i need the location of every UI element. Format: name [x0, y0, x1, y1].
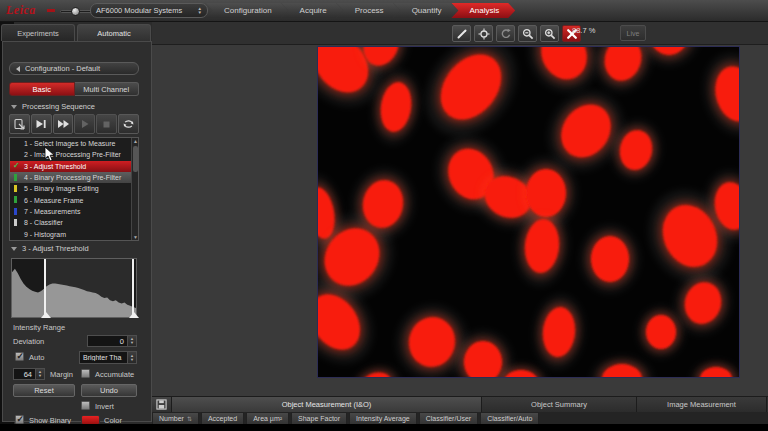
left-panel: Experiments Automatic Configuration - De…	[14, 22, 152, 424]
auto-label: Auto	[29, 353, 44, 362]
workflow-tab-configuration[interactable]: Configuration	[206, 3, 288, 18]
processing-sequence-header[interactable]: Processing Sequence	[11, 102, 95, 111]
step-label: 4 - Binary Processing Pre-Filter	[24, 174, 121, 181]
intensity-histogram[interactable]	[11, 258, 137, 318]
invert-checkbox[interactable]	[81, 401, 90, 410]
play-button[interactable]	[74, 114, 95, 134]
step-label: 1 - Select Images to Measure	[24, 140, 115, 147]
histogram-left-handle[interactable]	[41, 312, 51, 318]
sort-arrows-icon: ⇅	[187, 415, 192, 422]
step-item[interactable]: 5 - Binary Image Editing	[10, 183, 132, 194]
loop-button[interactable]	[118, 114, 139, 134]
step-item[interactable]: ✓3 - Adjust Threshold	[10, 161, 132, 172]
step-item[interactable]: 7 - Measurements	[10, 206, 132, 217]
column-label: Accepted	[208, 415, 237, 422]
tab-experiments[interactable]: Experiments	[1, 24, 75, 41]
auto-checkbox[interactable]	[15, 352, 24, 361]
deviation-spinbox[interactable]: 0 ▲▼	[87, 335, 137, 347]
step-list-scrollbar[interactable]: ▲ ▼	[131, 138, 138, 240]
histogram-left-cursor[interactable]	[44, 259, 46, 317]
step-label: 8 - Classifier	[24, 219, 63, 226]
viewer-toolbar: 88.7 % Live	[152, 22, 768, 45]
step-channel-marker-icon	[14, 208, 17, 215]
processing-step-list: 1 - Select Images to Measure2 - Image Pr…	[9, 137, 139, 241]
save-disk-icon	[156, 399, 167, 410]
scrollbar-thumb[interactable]	[133, 146, 138, 172]
application-window: Leica AF6000 Modular Systems ▲▼ Configur…	[0, 0, 768, 431]
column-label: Intensity Average	[356, 415, 410, 422]
step-play-button[interactable]	[31, 114, 52, 134]
basic-button[interactable]: Basic	[9, 82, 75, 96]
workflow-tab-acquire[interactable]: Acquire	[282, 3, 343, 18]
target-tool-button[interactable]	[474, 25, 493, 42]
step-label: 2 - Image Processing Pre-Filter	[24, 151, 121, 158]
step-item[interactable]: 2 - Image Processing Pre-Filter	[10, 149, 132, 160]
system-selector[interactable]: AF6000 Modular Systems ▲▼	[90, 3, 208, 18]
bottom-tab-object-measurement-i-o-[interactable]: Object Measurement (I&O)	[172, 397, 482, 412]
spinner-arrows-icon[interactable]: ▲▼	[127, 352, 136, 363]
margin-value: 64	[14, 370, 35, 379]
deviation-value: 0	[88, 337, 127, 346]
reset-button[interactable]: Reset	[13, 384, 75, 397]
rotate-tool-button[interactable]	[496, 25, 515, 42]
column-label: Classifier/User	[426, 415, 472, 422]
bottom-tab-row: Object Measurement (I&O)Object SummaryIm…	[172, 397, 768, 412]
threshold-mode-dropdown[interactable]: Brighter Tha ▲▼	[79, 351, 137, 364]
accumulate-checkbox[interactable]	[81, 369, 90, 378]
spinner-arrows-icon[interactable]: ▲▼	[198, 7, 202, 14]
column-label: Classifier/Auto	[487, 415, 532, 422]
mode-buttons: Basic Multi Channel	[9, 82, 139, 96]
step-channel-marker-icon	[14, 219, 17, 226]
step-item[interactable]: 8 - Classifier	[10, 217, 132, 228]
step-label: 6 - Measure Frame	[24, 197, 84, 204]
scroll-down-icon[interactable]: ▼	[132, 234, 139, 240]
slider-tick	[47, 9, 55, 12]
margin-spinbox[interactable]: 64 ▲▼	[13, 368, 45, 380]
line-tool-button[interactable]	[452, 25, 471, 42]
step-rows: 1 - Select Images to Measure2 - Image Pr…	[10, 138, 138, 240]
step-label: 5 - Binary Image Editing	[24, 185, 99, 192]
margin-label: Margin	[50, 370, 73, 379]
step-item[interactable]: 6 - Measure Frame	[10, 194, 132, 205]
expand-arrow-icon	[11, 247, 17, 251]
step-label: 9 - Histogram	[24, 231, 66, 238]
fast-forward-button[interactable]	[53, 114, 74, 134]
leica-logo: Leica	[6, 3, 36, 18]
workflow-tab-quantify[interactable]: Quantify	[394, 3, 458, 18]
tab-automatic[interactable]: Automatic	[77, 24, 151, 41]
bottom-tabs: Object Measurement (I&O)Object SummaryIm…	[152, 396, 768, 412]
multi-channel-button[interactable]: Multi Channel	[75, 82, 140, 96]
live-button[interactable]: Live	[620, 25, 646, 41]
show-binary-checkbox[interactable]	[15, 415, 24, 424]
adjust-threshold-header[interactable]: 3 - Adjust Threshold	[11, 244, 89, 253]
histogram-right-handle[interactable]	[129, 312, 139, 318]
configuration-header[interactable]: Configuration - Default	[9, 62, 139, 75]
mouse-cursor	[44, 147, 55, 162]
zoom-out-button[interactable]	[518, 25, 537, 42]
step-item[interactable]: 4 - Binary Processing Pre-Filter	[10, 172, 132, 183]
threshold-mode-value: Brighter Tha	[80, 354, 127, 361]
histogram-right-cursor[interactable]	[132, 259, 134, 317]
bottom-tab-image-measurement[interactable]: Image Measurement	[637, 397, 767, 412]
bottom-tab-object-summary[interactable]: Object Summary	[482, 397, 637, 412]
step-item[interactable]: 1 - Select Images to Measure	[10, 138, 132, 149]
step-label: 7 - Measurements	[24, 208, 80, 215]
processing-sequence-title: Processing Sequence	[22, 102, 95, 111]
spinner-arrows-icon[interactable]: ▲▼	[35, 369, 44, 379]
microscopy-image[interactable]	[317, 46, 740, 378]
spinner-arrows-icon[interactable]: ▲▼	[127, 336, 136, 346]
slider-knob[interactable]	[71, 7, 80, 16]
scroll-up-icon[interactable]: ▲	[132, 138, 139, 144]
save-table-button[interactable]	[152, 397, 172, 412]
workflow-tab-process[interactable]: Process	[337, 3, 400, 18]
sequence-toolbar	[9, 114, 139, 134]
workflow-tab-analysis[interactable]: Analysis	[451, 3, 515, 18]
workflow-tabs: ConfigurationAcquireProcessQuantifyAnaly…	[212, 3, 515, 18]
undo-button[interactable]: Undo	[81, 384, 137, 397]
zoom-in-button[interactable]	[540, 25, 559, 42]
step-item[interactable]: 9 - Histogram	[10, 228, 132, 239]
stop-button[interactable]	[96, 114, 117, 134]
insert-step-button[interactable]	[9, 114, 30, 134]
step-channel-marker-icon	[14, 174, 17, 181]
expand-arrow-icon	[11, 105, 17, 109]
